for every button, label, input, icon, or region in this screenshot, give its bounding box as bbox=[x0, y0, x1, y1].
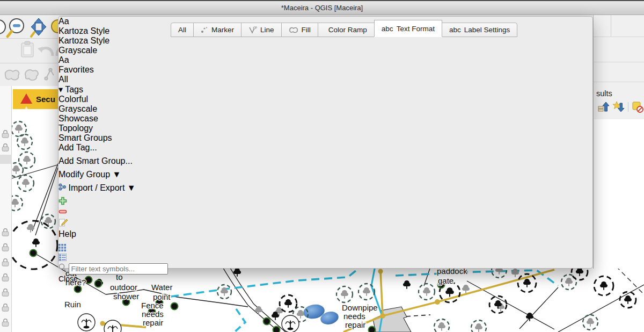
dropdown-arrow-icon: ▼ bbox=[113, 170, 121, 179]
zoom-full-icon[interactable] bbox=[31, 18, 46, 37]
sidebar-item-label: All bbox=[58, 75, 68, 84]
map-label: outdoor bbox=[110, 283, 137, 292]
clear-results-icon[interactable] bbox=[632, 101, 643, 113]
search-icon bbox=[58, 263, 67, 271]
tab-line[interactable]: Line bbox=[241, 23, 282, 37]
filter-input[interactable] bbox=[69, 263, 168, 275]
remove-item-button[interactable] bbox=[58, 207, 592, 218]
chevron-down-icon[interactable]: ▾ bbox=[58, 85, 63, 94]
fill-icon bbox=[289, 26, 298, 33]
tab-marker[interactable]: Marker bbox=[193, 23, 241, 37]
style-preview-text: Aa bbox=[58, 17, 69, 26]
tab-label: Line bbox=[260, 26, 274, 34]
sidebar-item-label: Colorful bbox=[58, 95, 88, 104]
sidebar-item-smart-groups[interactable]: Smart Groups bbox=[58, 133, 592, 143]
edit-item-button[interactable] bbox=[58, 218, 592, 229]
marker-dots-icon bbox=[201, 26, 208, 33]
paste-icon[interactable] bbox=[21, 41, 33, 57]
style-groups-list: Favorites All ▾ Tags Colorful Grayscale … bbox=[58, 65, 592, 143]
list-view-button[interactable] bbox=[58, 254, 592, 263]
style-manager-dialog: All Marker Line bbox=[58, 16, 593, 269]
tooltip-preview-text: Aa bbox=[58, 55, 69, 64]
add-tag-button[interactable]: Add Tag... bbox=[58, 143, 161, 156]
qgis-window: out here? Ruin to outdoor shower Water p… bbox=[0, 0, 644, 332]
list-view-icon bbox=[58, 254, 67, 261]
sidebar-item-showcase[interactable]: Showcase bbox=[58, 114, 592, 124]
tab-label: Marker bbox=[211, 26, 234, 34]
map-label: needs bbox=[343, 312, 365, 321]
share-icon bbox=[58, 183, 68, 192]
sidebar-item-label: Smart Groups bbox=[58, 133, 112, 142]
titlebar: *Maceira - QGIS [Maceira] bbox=[0, 0, 644, 15]
left-panel-strip bbox=[0, 86, 12, 332]
map-label: Water bbox=[151, 283, 172, 292]
map-label: gate bbox=[438, 276, 453, 285]
sidebar-item-colorful[interactable]: Colorful bbox=[58, 95, 592, 104]
strip-selected-band bbox=[0, 155, 12, 164]
plus-icon bbox=[58, 197, 67, 205]
map-label: repair bbox=[143, 318, 163, 327]
sidebar-item-all[interactable]: All bbox=[58, 75, 592, 84]
map-label: repair bbox=[345, 320, 365, 329]
tooltip-preview: Aa bbox=[58, 55, 592, 65]
sidebar-item-label: Favorites bbox=[58, 65, 94, 74]
zoom-in-icon[interactable] bbox=[0, 20, 5, 34]
message-bar-text: Secu bbox=[36, 95, 55, 104]
label-settings-icon: abc bbox=[449, 26, 461, 34]
zoom-out-icon[interactable] bbox=[8, 19, 24, 37]
tab-text-format[interactable]: abc Text Format bbox=[374, 20, 442, 37]
map-label: shower bbox=[113, 292, 139, 301]
tab-label: All bbox=[178, 26, 186, 34]
sidebar-item-label: Topology bbox=[58, 124, 93, 133]
dropdown-arrow-icon: ▼ bbox=[127, 183, 136, 192]
shape-tools-icons[interactable] bbox=[5, 68, 54, 80]
tab-color-ramp[interactable]: Color Ramp bbox=[318, 23, 375, 37]
filter-field-wrap bbox=[58, 263, 592, 275]
map-label: needs bbox=[142, 309, 164, 319]
minus-icon bbox=[58, 207, 67, 216]
close-button[interactable]: Close bbox=[58, 275, 107, 289]
tooltip-tag: Grayscale bbox=[58, 46, 592, 55]
map-toolbar bbox=[0, 15, 59, 86]
tab-label: Label Settings bbox=[464, 26, 510, 34]
sidebar-item-topology[interactable]: Topology bbox=[58, 124, 592, 133]
collapse-results-icon[interactable] bbox=[613, 101, 625, 113]
toolbar-divider bbox=[628, 102, 628, 112]
sidebar-item-grayscale[interactable]: Grayscale bbox=[58, 104, 592, 114]
tooltip-title: Kartoza Style bbox=[58, 36, 592, 46]
modify-group-button[interactable]: Modify Group ▼ bbox=[58, 170, 161, 183]
tab-label: Text Format bbox=[397, 25, 435, 33]
help-button[interactable]: Help bbox=[58, 229, 107, 244]
style-manager-tabbar: All Marker Line bbox=[171, 20, 517, 37]
grid-view-icon bbox=[58, 244, 66, 251]
map-label: Fence bbox=[141, 301, 164, 310]
pencil-icon bbox=[58, 218, 68, 227]
message-bar: Secu bbox=[13, 89, 58, 109]
import-export-button[interactable]: Import / Export ▼ bbox=[58, 183, 161, 197]
map-label: Downpipe bbox=[342, 303, 378, 312]
map-label: Ruin bbox=[64, 300, 81, 309]
line-icon bbox=[248, 26, 257, 34]
tab-label: Fill bbox=[302, 26, 311, 34]
expand-results-icon[interactable] bbox=[598, 101, 610, 113]
sidebar-item-label: Showcase bbox=[58, 114, 98, 123]
style-tooltip: Kartoza Style Grayscale Aa bbox=[58, 36, 592, 65]
results-panel: sults bbox=[593, 15, 644, 269]
sidebar-item-favorites[interactable]: Favorites bbox=[58, 65, 592, 75]
sidebar-item-label: Grayscale bbox=[58, 104, 97, 113]
text-format-icon: abc bbox=[382, 25, 393, 33]
add-smart-group-button[interactable]: Add Smart Group... bbox=[58, 156, 161, 170]
tab-all[interactable]: All bbox=[171, 23, 194, 37]
tab-fill[interactable]: Fill bbox=[281, 23, 318, 37]
results-panel-title: sults bbox=[596, 89, 612, 98]
undo-icon[interactable] bbox=[38, 47, 53, 56]
icon-view-button[interactable] bbox=[58, 244, 592, 254]
sidebar-item-label: Tags bbox=[65, 85, 83, 94]
tab-label-settings[interactable]: abc Label Settings bbox=[442, 23, 517, 37]
map-label: point bbox=[153, 292, 171, 301]
warning-icon bbox=[13, 93, 31, 105]
tab-label: Color Ramp bbox=[328, 26, 367, 34]
add-item-button[interactable] bbox=[58, 197, 592, 207]
window-title: *Maceira - QGIS [Maceira] bbox=[281, 4, 363, 12]
sidebar-item-tags[interactable]: ▾ Tags bbox=[58, 84, 592, 95]
